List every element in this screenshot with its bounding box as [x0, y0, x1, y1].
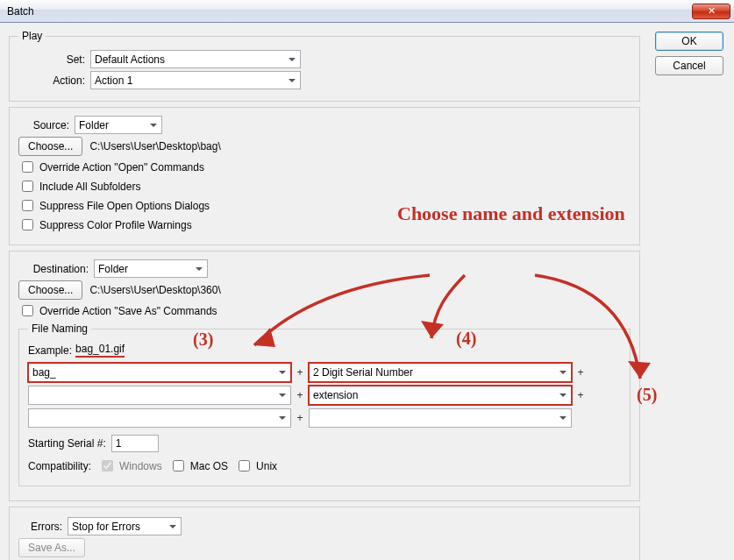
- destination-path: C:\Users\User\Desktop\360\: [82, 284, 220, 296]
- play-group: Play Set: Action:: [9, 30, 640, 102]
- compat-unix-label: Unix: [256, 460, 277, 472]
- close-icon: ✕: [708, 5, 716, 17]
- close-button[interactable]: ✕: [692, 4, 730, 19]
- action-label: Action:: [18, 74, 90, 87]
- errors-label: Errors:: [18, 521, 68, 533]
- include-subfolders-label: Include All Subfolders: [39, 181, 140, 193]
- suppress-color-label: Suppress Color Profile Warnings: [39, 219, 192, 231]
- destination-select[interactable]: [94, 259, 208, 278]
- naming-field-5[interactable]: [28, 408, 291, 428]
- compat-label: Compatibility:: [28, 460, 91, 472]
- destination-label: Destination:: [18, 263, 94, 275]
- errors-group: Errors: Save As...: [9, 507, 640, 560]
- compat-windows-checkbox: Windows: [98, 457, 162, 474]
- set-select[interactable]: [90, 50, 301, 68]
- source-choose-button[interactable]: Choose...: [18, 137, 82, 156]
- file-naming-legend: File Naming: [28, 323, 91, 335]
- source-path: C:\Users\User\Desktop\bag\: [82, 140, 220, 152]
- compat-mac-checkbox[interactable]: Mac OS: [169, 457, 228, 474]
- suppress-file-open-checkbox[interactable]: Suppress File Open Options Dialogs: [18, 197, 631, 214]
- override-open-label: Override Action "Open" Commands: [39, 161, 204, 174]
- example-label: Example:: [28, 344, 72, 357]
- suppress-file-open-label: Suppress File Open Options Dialogs: [39, 200, 210, 212]
- plus-icon: +: [295, 389, 305, 401]
- include-subfolders-checkbox[interactable]: Include All Subfolders: [18, 178, 631, 195]
- starting-serial-input[interactable]: [111, 435, 159, 452]
- play-legend: Play: [18, 30, 46, 42]
- cancel-button[interactable]: Cancel: [655, 56, 723, 75]
- plus-icon: +: [295, 366, 305, 379]
- plus-icon: +: [295, 412, 305, 424]
- override-open-checkbox[interactable]: Override Action "Open" Commands: [18, 159, 631, 175]
- destination-choose-button[interactable]: Choose...: [18, 280, 82, 300]
- ok-button[interactable]: OK: [655, 32, 723, 51]
- plus-icon: +: [575, 366, 586, 379]
- source-label: Source:: [18, 119, 75, 131]
- source-select[interactable]: [75, 116, 162, 134]
- file-naming-group: File Naming Example: bag_01.gif + +: [18, 323, 631, 486]
- source-group: Source: Choose... C:\Users\User\Desktop\…: [9, 107, 640, 245]
- plus-icon: +: [575, 389, 586, 401]
- action-select[interactable]: [90, 71, 301, 89]
- override-save-label: Override Action "Save As" Commands: [39, 305, 217, 317]
- naming-field-2[interactable]: [309, 363, 572, 382]
- naming-field-1[interactable]: [28, 363, 291, 382]
- naming-field-4[interactable]: [309, 386, 572, 405]
- starting-serial-label: Starting Serial #:: [28, 437, 106, 450]
- window-title: Batch: [7, 5, 34, 18]
- naming-field-6[interactable]: [309, 408, 572, 428]
- destination-group: Destination: Choose... C:\Users\User\Des…: [9, 251, 640, 501]
- compat-mac-label: Mac OS: [190, 460, 228, 472]
- override-save-checkbox[interactable]: Override Action "Save As" Commands: [18, 302, 631, 319]
- suppress-color-checkbox[interactable]: Suppress Color Profile Warnings: [18, 216, 631, 233]
- compat-windows-label: Windows: [119, 460, 162, 472]
- naming-field-3[interactable]: [28, 386, 291, 405]
- errors-select[interactable]: [68, 517, 182, 535]
- save-as-button: Save As...: [18, 538, 85, 557]
- set-label: Set:: [18, 53, 90, 66]
- example-value: bag_01.gif: [75, 343, 125, 358]
- compat-unix-checkbox[interactable]: Unix: [235, 457, 277, 474]
